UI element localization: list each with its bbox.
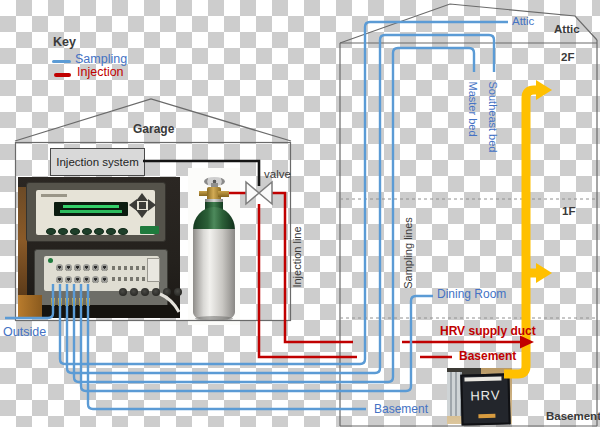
garage-label: Garage <box>133 123 174 136</box>
sampling-line-southeast-bed <box>67 35 494 373</box>
attic-floor-label: Attic <box>554 23 580 35</box>
southeast-bed-label: Southeast bed <box>487 82 499 153</box>
outside-label: Outside <box>3 326 46 339</box>
instrument-cable <box>160 294 179 312</box>
basement-sampling-label: Basement <box>374 403 428 416</box>
key-title: Key <box>53 36 76 49</box>
duct-arrow-2f <box>536 80 552 100</box>
sampling-line-master-bed <box>74 48 474 382</box>
second-floor-label: 2F <box>561 51 574 63</box>
dining-room-label: Dining Room <box>437 288 506 301</box>
key-injection-swatch <box>54 73 71 77</box>
injection-feed-line <box>143 161 259 186</box>
duct-arrow-1f <box>536 263 552 283</box>
first-floor-label: 1F <box>562 205 575 217</box>
basement-injection-label: Basement <box>459 350 516 363</box>
hrv-supply-injection-line <box>270 193 521 342</box>
sampling-lines-group <box>5 22 508 409</box>
sampling-lines-label: Sampling lines <box>402 217 414 289</box>
attic-room-label: Attic <box>512 15 534 27</box>
master-bed-label: Master bed <box>467 81 479 136</box>
basement-floor-label: Basement <box>546 410 600 422</box>
key-injection-label: Injection <box>77 66 124 79</box>
sampling-line-outside <box>5 284 53 318</box>
basement-injection-line <box>259 204 452 357</box>
hrv-supply-duct-label: HRV supply duct <box>440 325 536 338</box>
valve-label: valve <box>264 168 291 180</box>
diagram-canvas: HRV Injection system <box>0 0 600 427</box>
injection-line-label: Injection line <box>291 226 303 287</box>
key-sampling-swatch <box>52 60 71 63</box>
